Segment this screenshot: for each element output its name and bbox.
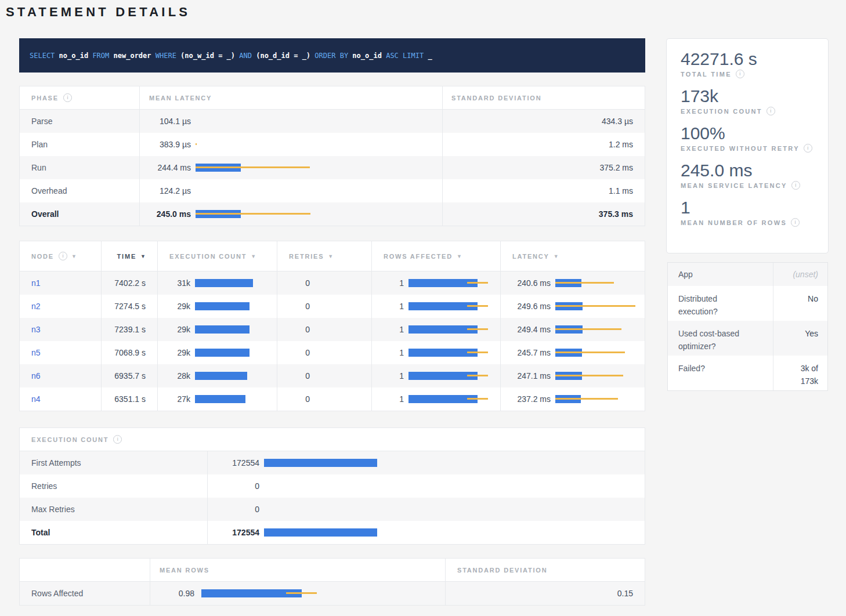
phase-header: PHASE (31, 95, 59, 102)
node-link[interactable]: n5 (31, 348, 41, 357)
count-value: 0 (212, 505, 259, 514)
retries-value: 0 (287, 348, 310, 357)
rows-affected-bar (408, 372, 500, 380)
row-value: 3k of 173k (789, 362, 818, 387)
rows-affected-header[interactable]: ROWS AFFECTED (384, 253, 453, 260)
stat-label: TOTAL TIME (681, 71, 732, 78)
stat-label: MEAN SERVICE LATENCY (681, 182, 787, 189)
std-dev-value: 434.3 µs (602, 117, 633, 126)
table-row: First Attempts 172554 (20, 451, 645, 474)
sort-arrow-icon[interactable]: ▼ (71, 253, 77, 259)
rows-affected-value: 1 (381, 325, 404, 334)
latency-bar (196, 117, 442, 125)
row-label: Failed? (678, 362, 705, 375)
row-label: Max Retries (31, 505, 75, 514)
stat-label: EXECUTED WITHOUT RETRY (681, 145, 800, 152)
phase-label: Overall (31, 209, 59, 219)
count-bar (264, 528, 645, 537)
app-label: App (678, 268, 693, 281)
latency-bar (196, 164, 442, 172)
node-link[interactable]: n4 (31, 394, 41, 404)
page-title: STATEMENT DETAILS (6, 5, 190, 20)
exec-count-bar (195, 395, 277, 403)
std-dev-value: 0.15 (617, 589, 633, 598)
latency-bar (555, 349, 645, 357)
mean-latency-value: 104.1 µs (149, 117, 191, 126)
app-row: App (unset) (668, 263, 827, 286)
sort-arrow-icon[interactable]: ▼ (554, 253, 559, 259)
rows-affected-bar (408, 349, 500, 357)
info-icon[interactable]: i (59, 252, 67, 260)
summary-card: 42271.6 s TOTAL TIMEi 173k EXECUTION COU… (666, 38, 829, 253)
row-label: Retries (31, 481, 57, 491)
phase-label: Plan (31, 140, 48, 149)
execution-count-title: EXECUTION COUNT (31, 436, 109, 443)
sort-arrow-icon[interactable]: ▼ (251, 253, 256, 259)
info-icon[interactable]: i (791, 181, 800, 190)
node-header[interactable]: NODE (31, 253, 54, 260)
time-value: 7274.5 s (114, 302, 146, 311)
exec-count-value: 29k (167, 348, 190, 357)
execution-count-table-header: EXECUTION COUNTi (20, 428, 645, 451)
retries-header[interactable]: RETRIES (289, 253, 324, 260)
latency-header[interactable]: LATENCY (512, 253, 549, 260)
time-value: 7239.1 s (114, 325, 146, 334)
phase-table-header: PHASEi MEAN LATENCY STANDARD DEVIATION (20, 86, 645, 110)
mean-rows-header: MEAN ROWS (160, 567, 209, 574)
exec-count-bar (195, 325, 277, 334)
row-label: Distributed execution? (678, 292, 748, 318)
stat-mean-service-latency: 245.0 ms MEAN SERVICE LATENCYi (681, 160, 814, 190)
count-value: 172554 (212, 458, 259, 468)
retries-value: 0 (287, 394, 310, 404)
retries-value: 0 (287, 371, 310, 381)
info-icon[interactable]: i (63, 93, 72, 102)
stat-value: 42271.6 s (681, 49, 814, 70)
time-header[interactable]: TIME (117, 253, 136, 260)
info-icon[interactable]: i (804, 144, 812, 153)
latency-bar (555, 302, 645, 310)
latency-bar (555, 372, 645, 380)
mean-latency-value: 244.4 ms (149, 163, 191, 172)
phase-label: Parse (31, 117, 53, 126)
table-row: Run 244.4 ms 375.2 ms (20, 156, 645, 179)
stat-value: 100% (681, 123, 814, 144)
info-icon[interactable]: i (736, 70, 744, 78)
table-row: Rows Affected 0.98 0.15 (20, 582, 645, 605)
exec-count-bar (195, 349, 277, 357)
exec-count-bar (195, 279, 277, 287)
rows-affected-value: 1 (381, 371, 404, 381)
mean-latency-value: 124.2 µs (149, 186, 191, 195)
time-value: 6351.1 s (114, 394, 146, 404)
sort-arrow-icon[interactable]: ▼ (140, 253, 146, 259)
info-icon[interactable]: i (767, 107, 775, 115)
exec-count-bar (195, 372, 277, 380)
latency-value: 240.6 ms (510, 278, 551, 288)
node-link[interactable]: n3 (31, 325, 41, 334)
latency-value: 247.1 ms (510, 371, 551, 381)
latency-value: 237.2 ms (510, 394, 551, 404)
count-bar (264, 459, 645, 467)
app-value: (unset) (793, 268, 818, 281)
retries-value: 0 (287, 302, 310, 311)
info-icon[interactable]: i (113, 435, 122, 444)
node-link[interactable]: n6 (31, 371, 41, 381)
mean-latency-header: MEAN LATENCY (149, 95, 212, 102)
latency-bar (196, 187, 442, 195)
rows-affected-bar (408, 279, 500, 287)
exec-count-value: 29k (167, 325, 190, 334)
info-icon[interactable]: i (791, 218, 800, 227)
exec-count-value: 29k (167, 302, 190, 311)
mean-rows-bar (201, 589, 445, 597)
node-row: n6 6935.7 s 28k 0 1 247.1 ms (20, 364, 645, 387)
latency-bar (555, 325, 645, 334)
latency-bar (196, 140, 442, 148)
rows-affected-value: 1 (381, 278, 404, 288)
latency-bar (555, 395, 645, 403)
node-row: n4 6351.1 s 27k 0 1 237.2 ms (20, 387, 645, 411)
execution-count-header[interactable]: EXECUTION COUNT (169, 253, 247, 260)
sort-arrow-icon[interactable]: ▼ (457, 253, 462, 259)
node-link[interactable]: n1 (31, 278, 41, 288)
phase-label: Run (31, 163, 46, 172)
node-link[interactable]: n2 (31, 302, 41, 311)
sort-arrow-icon[interactable]: ▼ (328, 253, 333, 259)
